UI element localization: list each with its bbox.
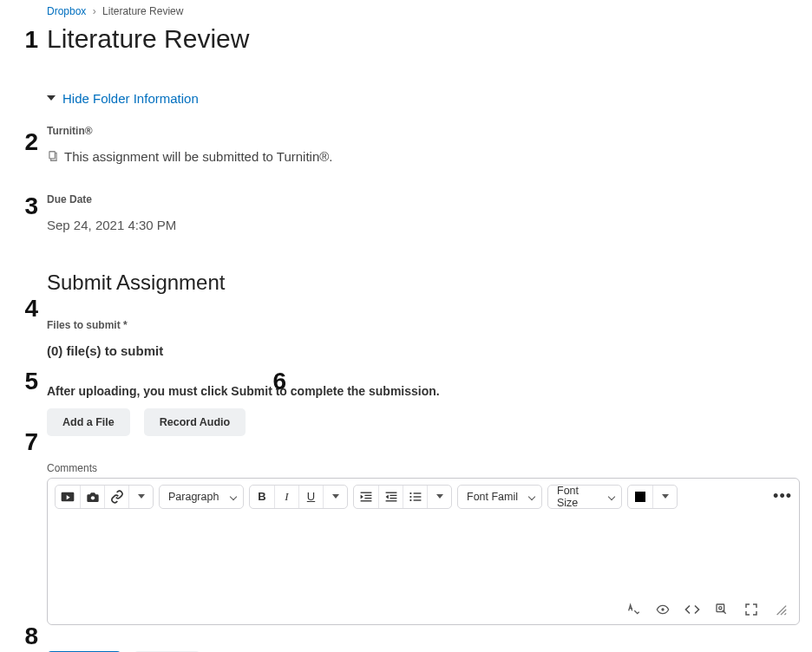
submit-heading: Submit Assignment xyxy=(47,271,800,295)
annotation-1: 1 xyxy=(12,26,38,54)
paragraph-select[interactable]: Paragraph xyxy=(159,485,244,509)
font-size-label: Font Size xyxy=(557,485,600,509)
annotation-4: 4 xyxy=(12,295,38,323)
record-audio-button[interactable]: Record Audio xyxy=(144,408,246,436)
indent-increase-icon[interactable] xyxy=(354,486,378,508)
text-style-dropdown[interactable] xyxy=(323,486,347,508)
indent-decrease-icon[interactable] xyxy=(378,486,403,508)
comments-label: Comments xyxy=(47,462,800,474)
text-color-button[interactable] xyxy=(628,486,652,508)
svg-point-2 xyxy=(90,496,94,499)
annotation-8: 8 xyxy=(12,623,38,650)
font-size-select[interactable]: Font Size xyxy=(547,485,622,509)
upload-hint: After uploading, you must click Submit t… xyxy=(47,384,800,398)
files-label: Files to submit * xyxy=(47,319,800,331)
italic-button[interactable]: I xyxy=(274,486,298,508)
breadcrumb-leaf: Literature Review xyxy=(102,5,183,17)
svg-point-11 xyxy=(409,492,411,493)
turnitin-icon xyxy=(47,150,59,162)
preview-icon[interactable] xyxy=(714,602,730,617)
hide-folder-toggle[interactable]: Hide Folder Information xyxy=(47,91,199,106)
text-color-dropdown[interactable] xyxy=(652,486,677,508)
turnitin-msg: This assignment will be submitted to Tur… xyxy=(64,149,333,164)
svg-line-22 xyxy=(784,613,786,615)
hide-folder-label: Hide Folder Information xyxy=(62,91,199,106)
editor-footer xyxy=(48,595,799,624)
annotation-5: 5 xyxy=(12,368,38,395)
annotation-6: 6 xyxy=(260,368,286,395)
due-date-label: Due Date xyxy=(47,193,800,205)
svg-point-13 xyxy=(409,495,411,497)
annotation-3: 3 xyxy=(12,192,38,220)
due-date-value: Sep 24, 2021 4:30 PM xyxy=(47,218,800,232)
toolbar-more-icon[interactable]: ••• xyxy=(773,487,792,505)
files-count: (0) file(s) to submit xyxy=(47,343,800,358)
svg-rect-0 xyxy=(49,152,55,159)
page-title: Literature Review xyxy=(47,24,800,54)
editor-textarea[interactable] xyxy=(48,515,799,595)
camera-icon[interactable] xyxy=(80,486,104,508)
insert-more-dropdown[interactable] xyxy=(128,486,153,508)
resize-handle-icon[interactable] xyxy=(773,602,789,617)
spellcheck-icon[interactable] xyxy=(625,602,641,617)
caret-down-icon xyxy=(47,95,56,101)
annotation-2: 2 xyxy=(12,128,38,156)
breadcrumb: Dropbox › Literature Review xyxy=(47,5,800,17)
add-file-button[interactable]: Add a File xyxy=(47,408,130,436)
turnitin-row: This assignment will be submitted to Tur… xyxy=(47,149,800,164)
fullscreen-icon[interactable] xyxy=(743,602,759,617)
breadcrumb-root-link[interactable]: Dropbox xyxy=(47,5,86,17)
chevron-down-icon xyxy=(229,492,238,501)
bold-button[interactable]: B xyxy=(250,486,274,508)
color-swatch xyxy=(635,492,645,502)
svg-point-19 xyxy=(719,606,722,609)
font-family-label: Font Famil xyxy=(467,491,518,503)
annotation-7: 7 xyxy=(12,428,38,456)
underline-button[interactable]: U xyxy=(298,486,323,508)
svg-point-15 xyxy=(409,499,411,500)
font-family-select[interactable]: Font Famil xyxy=(457,485,542,509)
html-source-icon[interactable] xyxy=(684,602,700,617)
chevron-down-icon xyxy=(607,492,616,501)
list-dropdown[interactable] xyxy=(427,486,451,508)
paragraph-select-label: Paragraph xyxy=(168,491,219,503)
turnitin-label: Turnitin® xyxy=(47,125,800,137)
chevron-down-icon xyxy=(527,492,536,501)
rich-text-editor: Paragraph B I U xyxy=(47,478,800,625)
editor-toolbar: Paragraph B I U xyxy=(48,479,799,515)
insert-video-icon[interactable] xyxy=(56,486,80,508)
breadcrumb-sep: › xyxy=(89,5,100,17)
link-icon[interactable] xyxy=(104,486,128,508)
list-icon[interactable] xyxy=(403,486,427,508)
svg-point-17 xyxy=(661,608,664,610)
accessibility-check-icon[interactable] xyxy=(655,602,671,617)
